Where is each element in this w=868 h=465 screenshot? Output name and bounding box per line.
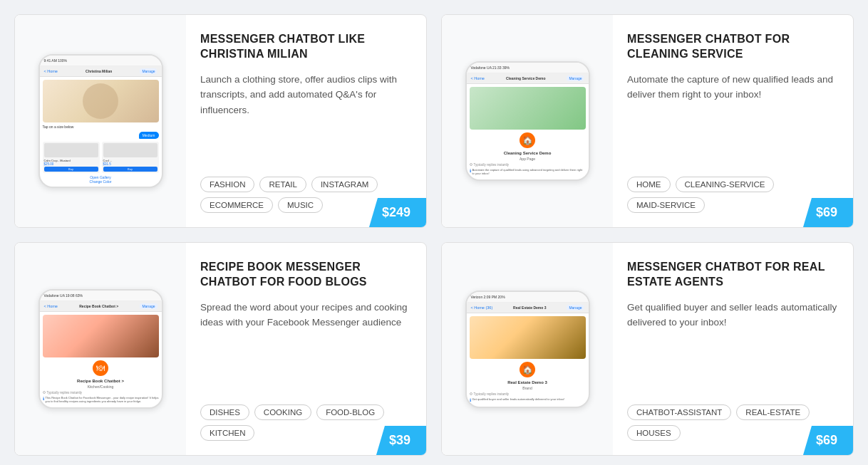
phone-info-row: ℹ Get qualified buyer and seller leads a… bbox=[470, 397, 586, 402]
phone-page-subtitle: App Page bbox=[470, 157, 586, 161]
tag-item: REAL-ESTATE bbox=[736, 404, 810, 420]
phone-manage-btn[interactable]: Manage bbox=[567, 75, 584, 81]
phone-reply-row: Typically replies instantly bbox=[470, 392, 586, 396]
phone-image bbox=[43, 80, 159, 122]
card-preview: Vodafone UA 19:08 63% < Home Recipe Book… bbox=[15, 243, 186, 455]
tag-item: CLEANING-SERVICE bbox=[676, 177, 775, 192]
phone-body: 🍽 Recipe Book Chatbot > Kitchen/Cooking … bbox=[40, 312, 162, 407]
phone-image bbox=[470, 316, 586, 359]
phone-back-btn: < Home bbox=[471, 76, 485, 80]
price-badge[interactable]: $39 bbox=[376, 426, 426, 455]
phone-info-text: Automate the capture of qualified leads … bbox=[472, 168, 586, 175]
product-grid: 9:41 AM 100% < Home Christina Milian Man… bbox=[14, 14, 854, 456]
product-card-chatbot-recipe-book[interactable]: Vodafone UA 19:08 63% < Home Recipe Book… bbox=[14, 242, 427, 456]
product-card-chatbot-real-estate[interactable]: Verizon 2:09 PM 20% < Home (36) Real Est… bbox=[441, 242, 854, 456]
tag-item: HOUSES bbox=[627, 425, 681, 441]
tags-container: HOME CLEANING-SERVICE MAID-SERVICE bbox=[627, 177, 839, 213]
phone-info-row: ℹ Automate the capture of qualified lead… bbox=[470, 168, 586, 175]
phone-product-mini: Cool ... $31.5 Buy bbox=[102, 142, 159, 173]
card-content: MESSENGER CHATBOT FOR CLEANING SERVICE A… bbox=[613, 15, 853, 227]
phone-status: Vodafone UA 21:33 39% bbox=[471, 66, 510, 70]
phone-reply-text: Typically replies instantly bbox=[474, 392, 510, 396]
card-preview: 9:41 AM 100% < Home Christina Milian Man… bbox=[15, 15, 186, 227]
phone-mockup: Verizon 2:09 PM 20% < Home (36) Real Est… bbox=[465, 291, 590, 408]
phone-manage-btn[interactable]: Manage bbox=[567, 305, 584, 310]
phone-mockup: Vodafone UA 19:08 63% < Home Recipe Book… bbox=[38, 289, 163, 409]
card-title: MESSENGER CHATBOT LIKE CHRISTINA MILIAN bbox=[200, 32, 412, 62]
phone-icon: 🍽 bbox=[93, 360, 108, 376]
card-preview: Vodafone UA 21:33 39% < Home Cleaning Se… bbox=[442, 15, 613, 227]
phone-page-subtitle: Brand bbox=[470, 386, 586, 390]
phone-status: 9:41 AM 100% bbox=[44, 58, 68, 63]
phone-nav: < Home Cleaning Service Demo Manage bbox=[467, 73, 589, 84]
tag-item: DISHES bbox=[200, 404, 249, 420]
phone-reply-text: Typically replies instantly bbox=[47, 391, 83, 395]
tag-item: MAID-SERVICE bbox=[627, 197, 705, 213]
phone-nav: < Home (36) Real Estate Demo 3 Manage bbox=[467, 303, 589, 313]
phone-header: Verizon 2:09 PM 20% bbox=[467, 292, 589, 303]
card-description: Spread the word about your recipes and c… bbox=[200, 300, 412, 392]
phone-body: 🏠 Cleaning Service Demo App Page Typical… bbox=[467, 84, 589, 179]
phone-nav: < Home Recipe Book Chatbot > Manage bbox=[40, 301, 162, 312]
card-content: RECIPE BOOK MESSENGER CHATBOT FOR FOOD B… bbox=[186, 243, 426, 455]
phone-body: Tap on a size below Medium Calm Crop - M… bbox=[40, 77, 162, 187]
phone-header: Vodafone UA 21:33 39% bbox=[467, 63, 589, 73]
card-content: MESSENGER CHATBOT FOR REAL ESTATE AGENTS… bbox=[613, 243, 853, 455]
phone-reply-text: Typically replies instantly bbox=[474, 163, 510, 167]
phone-reply-row: Typically replies instantly bbox=[470, 163, 586, 167]
tag-item: MUSIC bbox=[278, 197, 323, 213]
tag-item: ECOMMERCE bbox=[200, 197, 273, 213]
phone-info-text: This Recipe Book Chatbot for Facebook Me… bbox=[46, 396, 159, 403]
card-description: Automate the capture of new qualified le… bbox=[627, 72, 839, 164]
phone-page-title: Cleaning Service Demo bbox=[470, 151, 586, 155]
card-content: MESSENGER CHATBOT LIKE CHRISTINA MILIAN … bbox=[186, 15, 426, 227]
phone-body: 🏠 Real Estate Demo 3 Brand Typically rep… bbox=[467, 313, 589, 407]
tag-item: COOKING bbox=[254, 404, 311, 420]
phone-mockup: Vodafone UA 21:33 39% < Home Cleaning Se… bbox=[465, 61, 590, 181]
phone-manage-btn[interactable]: Manage bbox=[140, 68, 157, 74]
card-description: Launch a clothing store, offer audios cl… bbox=[200, 72, 412, 164]
phone-header: 9:41 AM 100% bbox=[40, 56, 162, 66]
phone-status: Vodafone UA 19:08 63% bbox=[44, 293, 83, 298]
tag-item: FOOD-BLOG bbox=[316, 404, 384, 420]
phone-links: Open Gallery Change Color bbox=[43, 175, 159, 184]
phone-page-name: Recipe Book Chatbot > bbox=[79, 304, 118, 308]
phone-page-name: Real Estate Demo 3 bbox=[513, 305, 546, 310]
tags-container: DISHES COOKING FOOD-BLOG KITCHEN bbox=[200, 404, 412, 441]
product-card-chatbot-christina-milian[interactable]: 9:41 AM 100% < Home Christina Milian Man… bbox=[14, 14, 427, 228]
phone-manage-btn[interactable]: Manage bbox=[140, 303, 157, 309]
phone-page-title: Real Estate Demo 3 bbox=[470, 380, 586, 385]
phone-icon: 🏠 bbox=[520, 132, 535, 148]
phone-nav: < Home Christina Milian Manage bbox=[40, 66, 162, 77]
price-badge[interactable]: $249 bbox=[369, 198, 426, 227]
card-title: MESSENGER CHATBOT FOR REAL ESTATE AGENTS bbox=[627, 260, 839, 290]
phone-header: Vodafone UA 19:08 63% bbox=[40, 291, 162, 301]
phone-chat-bubble: Medium bbox=[139, 132, 159, 139]
price-badge[interactable]: $69 bbox=[803, 198, 853, 227]
product-card-chatbot-cleaning-service[interactable]: Vodafone UA 21:33 39% < Home Cleaning Se… bbox=[441, 14, 854, 228]
phone-mockup: 9:41 AM 100% < Home Christina Milian Man… bbox=[38, 54, 163, 188]
tag-item: KITCHEN bbox=[200, 425, 254, 441]
phone-page-title: Recipe Book Chatbot > bbox=[43, 379, 159, 383]
tag-item: HOME bbox=[627, 177, 671, 192]
phone-back-btn: < Home (36) bbox=[471, 305, 493, 310]
info-icon: ℹ bbox=[470, 168, 471, 173]
phone-page-name: Christina Milian bbox=[86, 69, 112, 73]
price-badge[interactable]: $69 bbox=[803, 426, 853, 455]
phone-icon: 🏠 bbox=[520, 362, 535, 377]
tag-item: INSTAGRAM bbox=[311, 177, 378, 192]
card-preview: Verizon 2:09 PM 20% < Home (36) Real Est… bbox=[442, 243, 613, 455]
phone-info-text: Get qualified buyer and seller leads aut… bbox=[472, 397, 565, 401]
info-icon: ℹ bbox=[43, 396, 44, 401]
info-icon: ℹ bbox=[470, 397, 471, 402]
tag-item: RETAIL bbox=[259, 177, 306, 192]
phone-product-row: Calm Crop - Mustard $25.00 Buy Cool ... … bbox=[43, 142, 159, 173]
tag-item: FASHION bbox=[200, 177, 254, 192]
phone-image bbox=[43, 315, 159, 357]
card-description: Get qualified buyer and seller leads aut… bbox=[627, 300, 839, 392]
phone-back-btn: < Home bbox=[44, 69, 58, 73]
phone-back-btn: < Home bbox=[44, 304, 58, 308]
phone-page-subtitle: Kitchen/Cooking bbox=[43, 385, 159, 389]
phone-tap-text: Tap on a size below bbox=[43, 125, 159, 129]
card-title: RECIPE BOOK MESSENGER CHATBOT FOR FOOD B… bbox=[200, 260, 412, 290]
